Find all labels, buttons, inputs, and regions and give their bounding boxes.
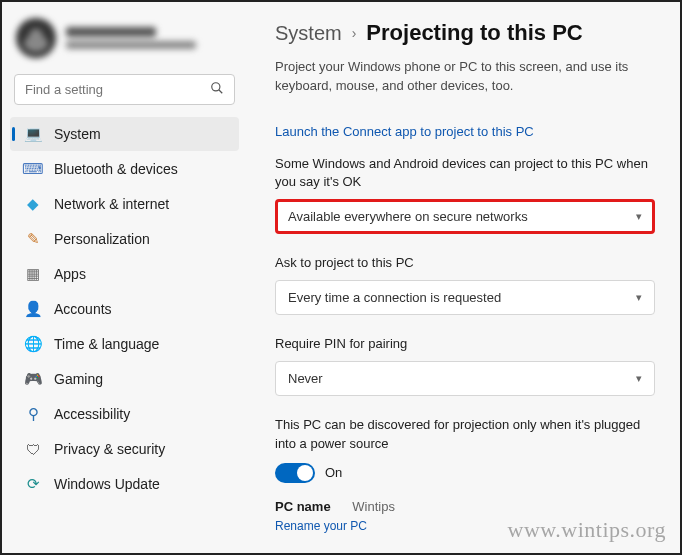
availability-dropdown[interactable]: Available everywhere on secure networks … (275, 199, 655, 234)
availability-label: Some Windows and Android devices can pro… (275, 155, 655, 191)
main-content: System › Projecting to this PC Project y… (247, 2, 680, 553)
svg-point-0 (212, 83, 220, 91)
sidebar-item-accounts-icon: 👤 (24, 300, 42, 318)
sidebar-item-label: System (54, 126, 101, 142)
sidebar-item-time[interactable]: 🌐Time & language (10, 327, 239, 361)
discover-toggle-label: On (325, 465, 342, 480)
sidebar-item-privacy-icon: 🛡 (24, 440, 42, 458)
sidebar-item-gaming-icon: 🎮 (24, 370, 42, 388)
nav-list: 💻System⌨Bluetooth & devices◆Network & in… (10, 117, 239, 501)
pcname-value: Wintips (352, 499, 395, 514)
sidebar-item-label: Personalization (54, 231, 150, 247)
sidebar-item-apps[interactable]: ▦Apps (10, 257, 239, 291)
sidebar-item-network[interactable]: ◆Network & internet (10, 187, 239, 221)
sidebar-item-update[interactable]: ⟳Windows Update (10, 467, 239, 501)
ask-dropdown[interactable]: Every time a connection is requested ▾ (275, 280, 655, 315)
sidebar-item-bluetooth-icon: ⌨ (24, 160, 42, 178)
ask-label: Ask to project to this PC (275, 254, 655, 272)
sidebar-item-label: Gaming (54, 371, 103, 387)
sidebar-item-update-icon: ⟳ (24, 475, 42, 493)
sidebar-item-apps-icon: ▦ (24, 265, 42, 283)
rename-pc-link[interactable]: Rename your PC (275, 519, 367, 533)
sidebar-item-accounts[interactable]: 👤Accounts (10, 292, 239, 326)
sidebar-item-accessibility-icon: ⚲ (24, 405, 42, 423)
sidebar-item-system[interactable]: 💻System (10, 117, 239, 151)
search-icon (210, 81, 224, 98)
chevron-right-icon: › (352, 25, 357, 41)
user-profile[interactable] (10, 12, 239, 70)
sidebar-item-personalization[interactable]: ✎Personalization (10, 222, 239, 256)
sidebar-item-network-icon: ◆ (24, 195, 42, 213)
sidebar-item-label: Privacy & security (54, 441, 165, 457)
sidebar-item-label: Network & internet (54, 196, 169, 212)
sidebar-item-system-icon: 💻 (24, 125, 42, 143)
sidebar-item-gaming[interactable]: 🎮Gaming (10, 362, 239, 396)
svg-line-1 (219, 90, 223, 94)
breadcrumb-parent[interactable]: System (275, 22, 342, 45)
launch-connect-link[interactable]: Launch the Connect app to project to thi… (275, 124, 534, 139)
pcname-label: PC name (275, 499, 331, 514)
sidebar-item-label: Accounts (54, 301, 112, 317)
page-title: Projecting to this PC (366, 20, 582, 46)
sidebar-item-personalization-icon: ✎ (24, 230, 42, 248)
sidebar-item-label: Bluetooth & devices (54, 161, 178, 177)
chevron-down-icon: ▾ (636, 291, 642, 304)
settings-sidebar: 💻System⌨Bluetooth & devices◆Network & in… (2, 2, 247, 553)
search-box[interactable] (14, 74, 235, 105)
avatar (16, 18, 56, 58)
sidebar-item-time-icon: 🌐 (24, 335, 42, 353)
sidebar-item-privacy[interactable]: 🛡Privacy & security (10, 432, 239, 466)
chevron-down-icon: ▾ (636, 210, 642, 223)
discover-label: This PC can be discovered for projection… (275, 416, 655, 452)
pin-label: Require PIN for pairing (275, 335, 655, 353)
chevron-down-icon: ▾ (636, 372, 642, 385)
availability-value: Available everywhere on secure networks (288, 209, 528, 224)
sidebar-item-label: Time & language (54, 336, 159, 352)
ask-value: Every time a connection is requested (288, 290, 501, 305)
sidebar-item-label: Accessibility (54, 406, 130, 422)
breadcrumb: System › Projecting to this PC (275, 20, 662, 46)
sidebar-item-bluetooth[interactable]: ⌨Bluetooth & devices (10, 152, 239, 186)
pin-value: Never (288, 371, 323, 386)
pin-dropdown[interactable]: Never ▾ (275, 361, 655, 396)
profile-text (66, 27, 196, 49)
discover-toggle[interactable] (275, 463, 315, 483)
search-input[interactable] (25, 82, 210, 97)
sidebar-item-label: Apps (54, 266, 86, 282)
page-description: Project your Windows phone or PC to this… (275, 58, 655, 96)
sidebar-item-label: Windows Update (54, 476, 160, 492)
sidebar-item-accessibility[interactable]: ⚲Accessibility (10, 397, 239, 431)
